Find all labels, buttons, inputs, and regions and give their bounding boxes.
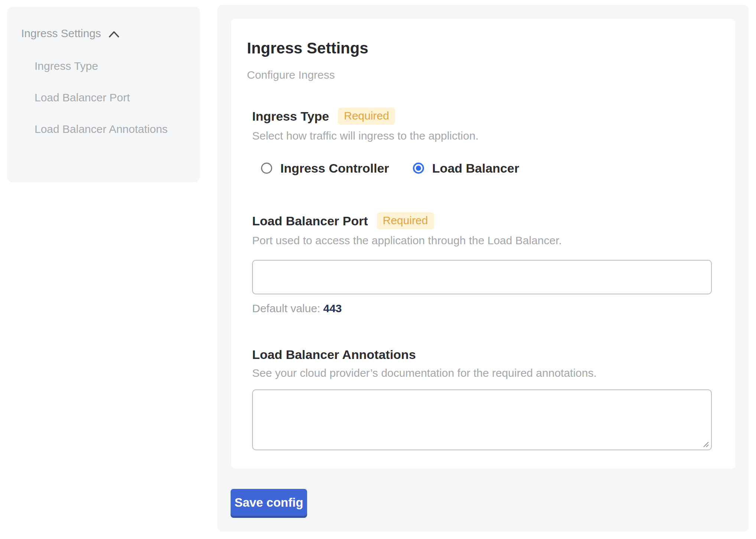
section-description: Select how traffic will ingress to the a… [252,130,720,142]
section-title-load-balancer-port: Load Balancer Port [252,213,368,228]
section-title-load-balancer-annotations: Load Balancer Annotations [252,347,416,362]
default-value-label: Default value: [252,302,320,314]
sidebar-item-ingress-type[interactable]: Ingress Type [35,58,168,74]
section-description: Port used to access the application thro… [252,235,720,246]
load-balancer-annotations-textarea[interactable] [252,389,712,450]
radio-ingress-controller[interactable] [261,163,272,174]
section-ingress-type-head: Ingress Type Required [252,108,720,125]
required-badge: Required [338,108,395,125]
option-ingress-controller[interactable]: Ingress Controller [261,161,389,175]
option-load-balancer[interactable]: Load Balancer [413,161,519,175]
section-load-balancer-annotations-head: Load Balancer Annotations [252,347,720,362]
main-panel: Ingress Settings Configure Ingress Ingre… [217,5,749,532]
settings-sidebar: Ingress Settings Ingress Type Load Balan… [7,7,200,182]
save-config-button[interactable]: Save config [231,489,307,516]
sidebar-item-load-balancer-annotations[interactable]: Load Balancer Annotations [35,121,168,137]
chevron-up-icon [108,30,120,39]
required-badge: Required [377,212,434,229]
ingress-settings-card: Ingress Settings Configure Ingress Ingre… [231,19,735,469]
section-title-ingress-type: Ingress Type [252,109,329,124]
radio-label-load-balancer: Load Balancer [432,161,519,175]
section-load-balancer-annotations: Load Balancer Annotations See your cloud… [252,347,720,450]
section-load-balancer-port: Load Balancer Port Required Port used to… [252,212,720,314]
resize-grip-icon[interactable] [702,440,710,448]
annotations-textarea-wrap [252,389,712,450]
radio-label-ingress-controller: Ingress Controller [280,161,389,175]
section-ingress-type: Ingress Type Required Select how traffic… [252,108,720,175]
sidebar-item-load-balancer-port[interactable]: Load Balancer Port [35,89,168,106]
default-value: 443 [323,302,342,314]
load-balancer-port-input[interactable] [252,260,712,294]
section-description: See your cloud provider’s documentation … [252,367,720,379]
sidebar-group-ingress-settings[interactable]: Ingress Settings [21,27,189,40]
section-load-balancer-port-head: Load Balancer Port Required [252,212,720,229]
sidebar-group-label: Ingress Settings [21,27,101,40]
sidebar-item-list: Ingress Type Load Balancer Port Load Bal… [35,58,189,137]
page-title: Ingress Settings [247,40,720,56]
ingress-type-radio-group: Ingress Controller Load Balancer [261,161,720,175]
radio-load-balancer[interactable] [413,163,424,174]
page-subtitle: Configure Ingress [247,69,720,81]
default-value-row: Default value:443 [252,303,720,314]
